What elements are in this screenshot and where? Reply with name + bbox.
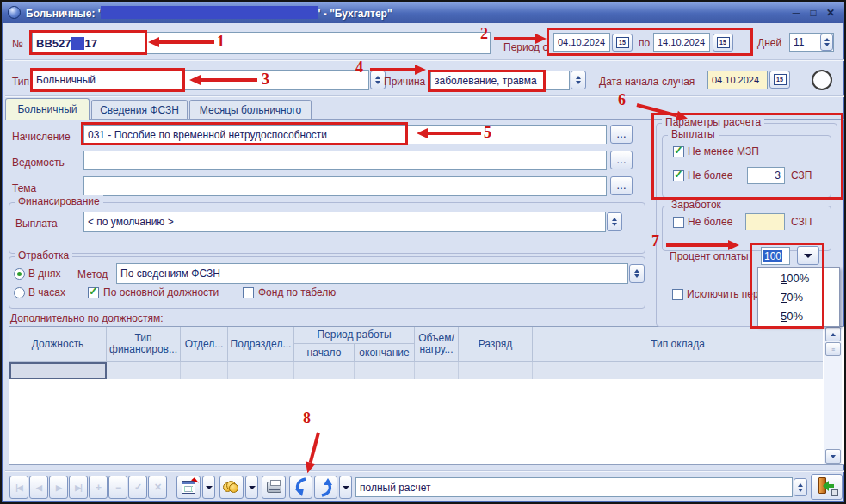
table-cell[interactable] [415,362,459,379]
nav-confirm-button[interactable]: ✓ [128,476,147,499]
table-cell[interactable] [294,362,355,379]
not-more-input[interactable]: 3 [747,167,785,184]
reason-combo-spinner[interactable] [571,71,586,89]
scrollbar-thumb[interactable]: ≡ [825,342,841,356]
period-from-value: 04.10.2024 [558,37,605,47]
calc-mode-combo[interactable]: полный расчет [355,477,793,497]
table-cell[interactable] [107,362,181,379]
type-combo[interactable]: Больничный [32,70,369,90]
table-cell[interactable] [459,362,533,379]
case-start-calendar-button[interactable]: 15 [769,71,790,89]
sheet-input[interactable] [83,151,607,170]
number-input[interactable]: ВВ52717 [32,32,491,54]
table-cell[interactable] [355,362,415,379]
checkbox-not-less-mzp[interactable] [673,146,684,157]
ellipsis-icon: … [616,180,627,192]
print-button[interactable] [262,476,286,499]
nav-last-button[interactable]: ▶| [69,476,88,499]
topic-input[interactable] [83,176,607,196]
nav-first-button[interactable]: |◀ [9,476,28,499]
tab-svedeniya-fszn[interactable]: Сведения ФСЗН [91,100,188,120]
radio-in-hours-label: В часах [28,286,65,298]
checkbox-fund-by-timesheet[interactable] [243,287,254,298]
days-spinner[interactable] [820,34,833,51]
tab-mesyacy-bolnichnogo[interactable]: Месяцы больничного [189,100,312,120]
type-label: Тип [12,76,29,88]
column-header-end[interactable]: окончание [355,344,415,361]
calc-mode-spinner[interactable] [794,478,807,496]
period-from-calendar-button[interactable]: 15 [612,34,633,52]
payment-combo[interactable]: < по умолчанию > [83,212,606,232]
column-header-work-period[interactable]: Период работы [294,327,415,344]
column-header-volume[interactable]: Объем/нагру... [415,327,459,361]
column-header-subdiv[interactable]: Подраздел... [228,327,294,361]
dropdown-item-100[interactable]: 100% [758,268,839,287]
reason-combo[interactable]: заболевание, травма [430,71,570,90]
case-start-input[interactable]: 04.10.2024 [707,71,768,89]
spin-down-icon [375,81,380,84]
recalc-down-button[interactable] [289,476,312,499]
checkbox-main-position[interactable] [88,287,99,298]
ellipsis-icon: … [616,154,627,166]
annotation-number-5: 5 [484,124,491,142]
earnings-input[interactable] [745,213,785,230]
scroll-up-button[interactable] [825,327,841,341]
topic-label: Тема [12,182,36,194]
tab-bolnichny[interactable]: Больничный [5,98,90,120]
window-title-suffix: ' - "Бухгалтер" [318,8,392,20]
checkbox-exclude-first[interactable] [672,289,683,300]
column-header-salary-type[interactable]: Тип оклада [533,327,823,361]
checkbox-earnings-not-more[interactable] [673,217,684,228]
calculate-button[interactable] [176,476,201,499]
tab-label: Сведения ФСЗН [100,104,179,116]
radio-in-hours[interactable] [14,287,25,298]
maximize-button[interactable]: □ [805,5,822,21]
column-header-position[interactable]: Должность [9,327,107,361]
column-header-grade[interactable]: Разряд [459,327,533,361]
exit-save-button[interactable] [811,474,843,500]
calculate-dropdown-button[interactable] [202,476,215,499]
calendar-icon: 15 [616,37,629,48]
accrual-input[interactable]: 031 - Пособие по временной нетрудоспособ… [83,125,607,144]
recalc-dropdown-button[interactable] [339,476,352,499]
close-button[interactable]: ✕ [822,5,839,21]
table-cell[interactable] [181,362,228,379]
period-from-input[interactable]: 04.10.2024 [553,33,610,52]
period-to-input[interactable]: 14.10.2024 [653,33,710,52]
checkbox-not-less-mzp-label: Не менее МЗП [688,145,759,157]
dropdown-item-50[interactable]: 50% [758,306,839,325]
curved-arrow-down-icon [293,477,310,497]
method-combo[interactable]: По сведениям ФСЗН [116,263,628,284]
payments-button[interactable] [219,476,244,499]
nav-cancel-button[interactable]: ✕ [148,476,167,499]
column-header-dept[interactable]: Отдел... [181,327,228,361]
column-header-fin-type[interactable]: Типфинансиров... [107,327,181,361]
accrual-browse-button[interactable]: … [610,125,633,144]
column-header-label: финансиров... [109,344,177,355]
topic-browse-button[interactable]: … [610,176,633,195]
radio-in-days[interactable] [14,268,25,280]
recalc-up-button[interactable] [314,476,337,499]
payments-dropdown-button[interactable] [245,476,258,499]
dropdown-item-70[interactable]: 70% [758,287,839,306]
nav-add-button[interactable]: + [89,476,108,499]
case-start-value: 04.10.2024 [712,75,759,85]
percent-combo[interactable]: 100 [761,247,790,265]
percent-dropdown-button[interactable] [797,246,819,265]
method-combo-spinner[interactable] [629,264,645,283]
table-cell[interactable] [228,362,294,379]
payment-combo-spinner[interactable] [607,212,622,231]
minimize-button[interactable]: ─ [787,5,805,21]
column-header-start[interactable]: начало [294,344,355,361]
scroll-down-button[interactable] [825,449,841,464]
column-header-label: Отдел... [185,339,224,350]
nav-next-button[interactable]: ▶ [49,476,68,499]
period-to-calendar-button[interactable]: 15 [713,34,733,52]
nav-prev-button[interactable]: ◀ [29,476,48,499]
table-cell-selected[interactable] [9,362,107,379]
nav-delete-button[interactable]: − [108,476,127,499]
sheet-browse-button[interactable]: … [610,151,633,169]
dropdown-item-text: 1 [781,272,787,285]
checkbox-not-more[interactable] [673,170,684,181]
table-cell[interactable] [533,362,823,379]
